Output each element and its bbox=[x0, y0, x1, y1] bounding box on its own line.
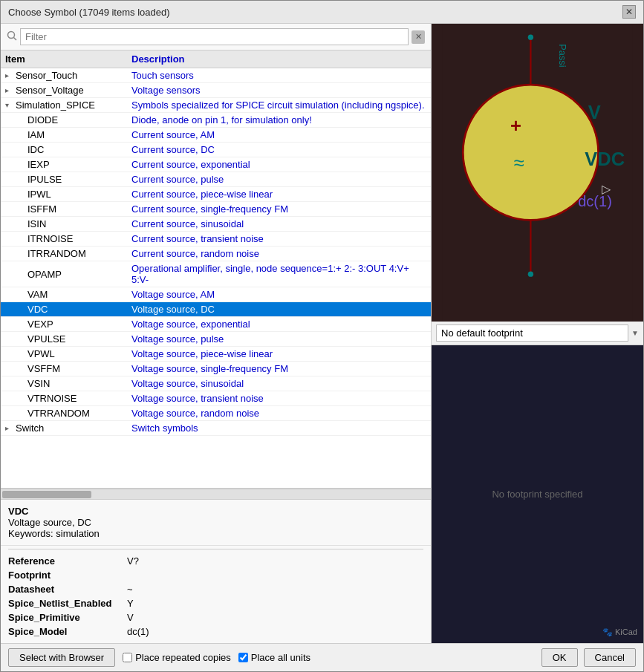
list-item-desc: Touch sensors bbox=[131, 70, 426, 81]
search-clear-button[interactable]: ✕ bbox=[412, 30, 425, 44]
expand-icon: ▸ bbox=[5, 86, 16, 94]
list-item-desc: Symbols specialized for SPICE circuit si… bbox=[131, 100, 426, 111]
list-item-desc: Voltage source, pulse bbox=[131, 333, 426, 345]
list-item-desc: Current source, piece-wise linear bbox=[131, 189, 426, 200]
item-name-text: ITRNOISE bbox=[16, 233, 73, 244]
item-name-text: DIODE bbox=[16, 114, 58, 125]
list-item[interactable]: IPWLCurrent source, piece-wise linear bbox=[1, 187, 431, 202]
cancel-button[interactable]: Cancel bbox=[584, 648, 636, 667]
svg-text:VDC: VDC bbox=[585, 149, 625, 169]
symbol-svg: Passi ssive + ≈ V VDC bbox=[432, 24, 643, 322]
right-panel: Passi ssive + ≈ V VDC bbox=[432, 24, 643, 643]
list-item[interactable]: VPULSEVoltage source, pulse bbox=[1, 332, 431, 347]
scrollbar-thumb[interactable] bbox=[2, 491, 91, 498]
list-item[interactable]: VSFFMVoltage source, single-frequency FM bbox=[1, 362, 431, 376]
repeat-copies-checkbox[interactable] bbox=[123, 653, 132, 662]
svg-point-13 bbox=[528, 35, 533, 40]
list-item[interactable]: IPULSECurrent source, pulse bbox=[1, 172, 431, 187]
item-name-text: ISFFM bbox=[16, 203, 56, 215]
prop-spice-netlist-label: Spice_Netlist_Enabled bbox=[8, 598, 127, 609]
list-item-desc: Diode, anode on pin 1, for simulation on… bbox=[131, 114, 426, 125]
repeat-copies-label[interactable]: Place repeated copies bbox=[123, 652, 231, 663]
all-units-checkbox[interactable] bbox=[238, 653, 248, 662]
svg-line-1 bbox=[14, 38, 17, 41]
list-item[interactable]: VPWLVoltage source, piece-wise linear bbox=[1, 347, 431, 362]
list-item-name: VPWL bbox=[5, 348, 131, 359]
list-item-desc: Voltage source, random noise bbox=[131, 408, 426, 419]
list-item-desc: Current source, exponential bbox=[131, 159, 426, 170]
list-item[interactable]: VEXPVoltage source, exponential bbox=[1, 317, 431, 332]
list-item-desc: Current source, AM bbox=[131, 129, 426, 140]
all-units-label[interactable]: Place all units bbox=[238, 652, 310, 663]
col-desc-header: Description bbox=[131, 53, 426, 65]
list-item-desc: Voltage source, single-frequency FM bbox=[131, 363, 426, 374]
search-bar: ✕ bbox=[1, 24, 431, 50]
expand-icon: ▾ bbox=[5, 101, 16, 109]
list-item-desc: Current source, random noise bbox=[131, 248, 426, 259]
item-name-text: Simulation_SPICE bbox=[16, 100, 95, 111]
list-item-name: IAM bbox=[5, 129, 131, 140]
symbol-preview: Passi ssive + ≈ V VDC bbox=[432, 24, 643, 322]
search-icon bbox=[7, 30, 17, 43]
close-button[interactable]: ✕ bbox=[622, 5, 636, 19]
list-item[interactable]: IDCCurrent source, DC bbox=[1, 143, 431, 157]
footprint-dropdown[interactable]: No default footprint bbox=[436, 324, 628, 342]
list-item-desc: Voltage source, transient noise bbox=[131, 393, 426, 404]
list-item-desc: Voltage source, DC bbox=[131, 304, 426, 315]
select-browser-button[interactable]: Select with Browser bbox=[8, 648, 115, 667]
list-item[interactable]: VTRRANDOMVoltage source, random noise bbox=[1, 406, 431, 421]
expand-icon: ▸ bbox=[5, 424, 16, 432]
list-item-desc: Voltage sensors bbox=[131, 85, 426, 96]
list-item[interactable]: VSINVoltage source, sinusoidal bbox=[1, 376, 431, 391]
list-item-name: ▸Sensor_Touch bbox=[5, 70, 131, 81]
prop-reference-value: V? bbox=[127, 555, 423, 567]
item-name-text: VSFFM bbox=[16, 363, 60, 374]
list-item-desc: Voltage source, exponential bbox=[131, 319, 426, 330]
list-item[interactable]: VTRNOISEVoltage source, transient noise bbox=[1, 391, 431, 406]
list-item[interactable]: OPAMPOperational amplifier, single, node… bbox=[1, 261, 431, 287]
list-item[interactable]: ▸SwitchSwitch symbols bbox=[1, 421, 431, 436]
list-item-name: ISIN bbox=[5, 218, 131, 229]
list-item[interactable]: ▸Sensor_VoltageVoltage sensors bbox=[1, 83, 431, 98]
svg-text:dc(1): dc(1) bbox=[578, 193, 612, 209]
list-item[interactable]: IEXPCurrent source, exponential bbox=[1, 157, 431, 172]
list-wrapper: Item Description ▸Sensor_TouchTouch sens… bbox=[1, 50, 431, 489]
list-item[interactable]: ▸Sensor_TouchTouch sensors bbox=[1, 68, 431, 83]
footprint-preview: No footprint specified bbox=[432, 345, 643, 643]
search-input[interactable] bbox=[20, 28, 409, 45]
list-item[interactable]: VAMVoltage source, AM bbox=[1, 287, 431, 302]
list-item[interactable]: VDCVoltage source, DC bbox=[1, 302, 431, 317]
horizontal-scrollbar[interactable] bbox=[1, 489, 431, 499]
item-name-text: Sensor_Voltage bbox=[16, 85, 84, 96]
item-name-text: VAM bbox=[16, 289, 48, 300]
expand-icon: ▸ bbox=[5, 71, 16, 79]
list-item[interactable]: ▾Simulation_SPICESymbols specialized for… bbox=[1, 98, 431, 113]
svg-text:▷: ▷ bbox=[602, 182, 611, 195]
item-name-text: OPAMP bbox=[16, 269, 62, 280]
list-item[interactable]: ITRRANDOMCurrent source, random noise bbox=[1, 247, 431, 261]
list-item-name: VTRNOISE bbox=[5, 393, 131, 404]
item-name-text: ITRRANDOM bbox=[16, 248, 86, 259]
list-item-name: DIODE bbox=[5, 114, 131, 125]
svg-point-14 bbox=[528, 272, 533, 277]
bottom-bar: Select with Browser Place repeated copie… bbox=[1, 643, 643, 671]
list-item[interactable]: DIODEDiode, anode on pin 1, for simulati… bbox=[1, 113, 431, 128]
list-item-desc: Current source, DC bbox=[131, 144, 426, 155]
list-item-name: ▸Switch bbox=[5, 423, 131, 434]
list-item[interactable]: IAMCurrent source, AM bbox=[1, 128, 431, 143]
list-item[interactable]: ITRNOISECurrent source, transient noise bbox=[1, 232, 431, 247]
list-item-desc: Voltage source, sinusoidal bbox=[131, 378, 426, 389]
list-item-name: VDC bbox=[5, 304, 131, 315]
ok-button[interactable]: OK bbox=[541, 648, 578, 667]
svg-text:≈: ≈ bbox=[514, 152, 524, 173]
svg-point-0 bbox=[8, 32, 15, 39]
info-top: VDC Voltage source, DC Keywords: simulat… bbox=[1, 500, 431, 546]
list-item[interactable]: ISFFMCurrent source, single-frequency FM bbox=[1, 202, 431, 217]
kicad-logo: 🐾 KiCad bbox=[602, 627, 637, 637]
list-item[interactable]: ISINCurrent source, sinusoidal bbox=[1, 217, 431, 232]
main-window: Choose Symbol (17049 items loaded) ✕ ✕ bbox=[0, 0, 644, 672]
list-item-name: ITRNOISE bbox=[5, 233, 131, 244]
list-item-name: ISFFM bbox=[5, 203, 131, 215]
list-item-desc: Switch symbols bbox=[131, 423, 426, 434]
list-item-desc: Current source, pulse bbox=[131, 174, 426, 185]
